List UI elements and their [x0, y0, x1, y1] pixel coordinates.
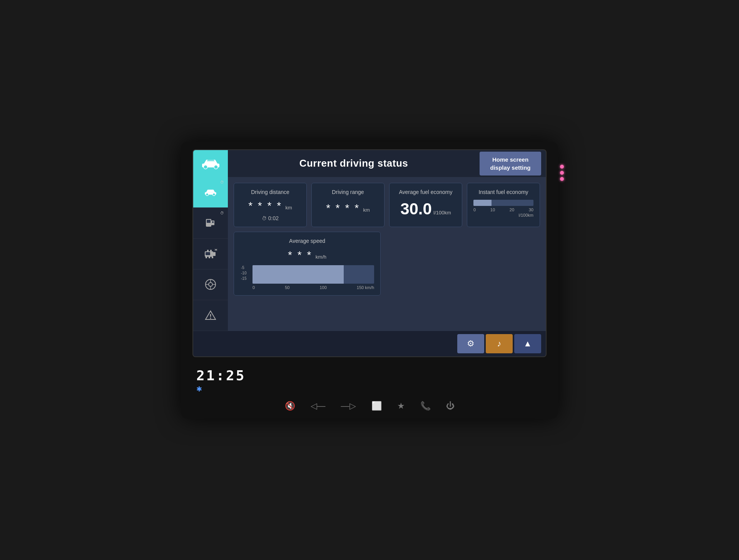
avg-speed-card: Average speed * * * km/h -5 -10 — [234, 232, 381, 296]
screen-title: Current driving status — [228, 157, 480, 169]
avg-speed-value: * * * — [288, 249, 312, 261]
svg-rect-9 — [212, 221, 214, 223]
screen-button[interactable]: ⬜ — [371, 401, 382, 411]
instant-fuel-bar-unit: l/100km — [473, 213, 533, 217]
sidebar-item-engine[interactable] — [193, 239, 228, 269]
led-dot-1 — [560, 165, 564, 169]
car-icon-header — [193, 150, 228, 177]
svg-rect-11 — [213, 252, 216, 256]
driving-range-value: * * * * — [326, 202, 360, 214]
svg-point-19 — [209, 283, 212, 286]
svg-rect-15 — [209, 257, 210, 258]
bottom-stats-row: Average speed * * * km/h -5 -10 — [234, 232, 540, 296]
svg-rect-12 — [207, 250, 209, 252]
instant-fuel-bar-labels: 0 10 20 30 — [473, 207, 533, 212]
driving-distance-title: Driving distance — [240, 189, 300, 196]
top-stats-row: Driving distance * * * * km ⏱ 0:02 — [234, 183, 540, 227]
avg-fuel-unit: l/100km — [433, 210, 451, 216]
speed-y-label-3: -15 — [241, 276, 246, 281]
device-controls: 21:25 ✱ 🔇 ◁— —▷ ⬜ ★ 📞 ⏻ — [181, 368, 558, 411]
main-screen: Current driving status Home screen displ… — [192, 149, 547, 357]
avg-speed-chart: -5 -10 -15 0 — [240, 265, 374, 290]
mute-button[interactable]: 🔇 — [285, 401, 295, 411]
sidebar-badge-1: ⏱ — [220, 180, 224, 184]
svg-point-4 — [206, 193, 209, 196]
instant-fuel-bar-bg — [473, 200, 533, 206]
main-content: Driving distance * * * * km ⏱ 0:02 — [228, 177, 546, 331]
svg-point-2 — [214, 165, 218, 169]
settings-icon: ⚙ — [467, 339, 475, 349]
svg-point-25 — [210, 318, 211, 319]
instant-fuel-title: Instant fuel economy — [473, 189, 533, 196]
screen-header: Current driving status Home screen displ… — [193, 150, 546, 177]
speed-y-label-1: -5 — [241, 265, 246, 271]
driving-distance-value: * * * * — [248, 200, 282, 212]
led-indicator — [560, 165, 564, 181]
driving-range-card: Driving range * * * * km — [311, 183, 385, 227]
bluetooth-icon: ✱ — [196, 385, 543, 393]
svg-rect-13 — [210, 250, 212, 252]
avg-speed-unit: km/h — [316, 254, 326, 260]
timer-icon: ⏱ — [262, 216, 267, 221]
nav-icon: ▲ — [523, 339, 532, 349]
svg-point-1 — [204, 165, 207, 169]
driving-range-title: Driving range — [318, 189, 378, 196]
led-dot-2 — [560, 171, 564, 175]
star-button[interactable]: ★ — [397, 401, 405, 411]
instant-fuel-chart: 0 10 20 30 l/100km — [473, 200, 533, 217]
sidebar: ⏱ ⏱ — [193, 177, 228, 331]
home-screen-btn[interactable]: Home screen display setting — [480, 152, 541, 176]
svg-rect-14 — [206, 257, 207, 258]
music-icon: ♪ — [497, 339, 502, 349]
screen-body: ⏱ ⏱ — [193, 177, 546, 331]
sidebar-item-warning[interactable] — [193, 300, 228, 331]
svg-rect-17 — [206, 252, 210, 255]
sidebar-item-car[interactable]: ⏱ — [193, 177, 228, 208]
shortcut-nav[interactable]: ▲ — [514, 334, 541, 353]
clock-display: 21:25 — [196, 368, 543, 383]
shortcut-music[interactable]: ♪ — [486, 334, 513, 353]
vol-up-button[interactable]: —▷ — [341, 401, 356, 411]
svg-rect-8 — [207, 220, 211, 223]
driving-range-unit: km — [363, 207, 370, 213]
sidebar-item-fuel[interactable]: ⏱ — [193, 208, 228, 239]
driving-distance-card: Driving distance * * * * km ⏱ 0:02 — [234, 183, 307, 227]
shortcut-settings[interactable]: ⚙ — [457, 334, 484, 353]
sidebar-badge-2: ⏱ — [220, 211, 224, 215]
vol-down-button[interactable]: ◁— — [311, 401, 326, 411]
instant-fuel-card: Instant fuel economy 0 10 20 30 — [467, 183, 540, 227]
driving-distance-unit: km — [286, 205, 292, 211]
avg-fuel-card: Average fuel economy 30.0 l/100km — [389, 183, 462, 227]
svg-point-5 — [213, 193, 216, 196]
led-dot-3 — [560, 177, 564, 181]
control-buttons: 🔇 ◁— —▷ ⬜ ★ 📞 ⏻ — [196, 401, 543, 411]
shortcut-bar: ⚙ ♪ ▲ — [193, 331, 546, 356]
sidebar-item-wheel[interactable] — [193, 269, 228, 300]
power-button[interactable]: ⏻ — [446, 401, 455, 411]
avg-fuel-value: 30.0 — [400, 200, 432, 218]
avg-fuel-title: Average fuel economy — [396, 189, 456, 196]
instant-fuel-bar-fill — [473, 200, 492, 206]
driving-distance-time: ⏱ 0:02 — [240, 215, 300, 221]
speed-x-labels: 0 50 100 150 km/h — [252, 285, 374, 290]
speed-y-label-2: -10 — [241, 271, 246, 276]
phone-button[interactable]: 📞 — [420, 401, 431, 411]
svg-rect-16 — [212, 257, 213, 258]
avg-speed-title: Average speed — [240, 237, 374, 245]
